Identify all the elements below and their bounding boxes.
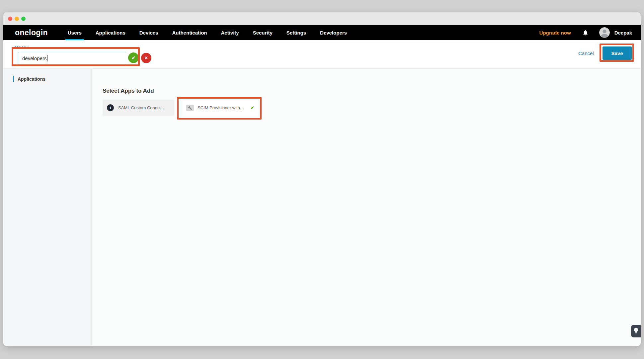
nav-item-applications[interactable]: Applications — [96, 25, 125, 40]
page-header: Roles / developers ✔ ✕ Cancel Save — [3, 40, 641, 69]
app-tile-label: SCIM Provisioner with… — [198, 105, 244, 110]
app-count-badge: 1 — [107, 104, 114, 111]
scim-app-tile[interactable]: SCIM Provisioner with… ✔ — [182, 100, 258, 116]
app-tile-label: SAML Custom Conne… — [118, 105, 164, 110]
text-caret — [47, 55, 47, 61]
content-area: Applications Select Apps to Add 1 SAML C… — [3, 69, 641, 346]
lightbulb-icon — [634, 328, 638, 335]
role-name-input[interactable]: developers — [18, 52, 126, 65]
check-icon: ✔ — [131, 55, 135, 60]
nav-item-users[interactable]: Users — [68, 25, 82, 40]
nav-item-activity[interactable]: Activity — [221, 25, 239, 40]
top-navbar: onelogin Users Applications Devices Auth… — [3, 25, 641, 40]
main-panel: Select Apps to Add 1 SAML Custom Conne… … — [92, 69, 641, 346]
user-avatar[interactable] — [599, 27, 610, 38]
nav-item-devices[interactable]: Devices — [139, 25, 158, 40]
sidebar: Applications — [3, 69, 92, 346]
onelogin-logo[interactable]: onelogin — [15, 28, 48, 37]
bell-icon[interactable] — [582, 29, 589, 36]
window-titlebar — [3, 12, 641, 25]
saml-app-tile[interactable]: 1 SAML Custom Conne… — [103, 100, 174, 116]
breadcrumb[interactable]: Roles / — [15, 45, 28, 50]
role-name-value: developers — [22, 55, 46, 61]
cancel-button[interactable]: Cancel — [578, 47, 594, 60]
x-icon: ✕ — [144, 55, 148, 60]
navbar-right-cluster: Upgrade now Deepak — [539, 27, 632, 38]
app-window: onelogin Users Applications Devices Auth… — [3, 12, 641, 346]
help-assistant-tab[interactable] — [631, 325, 641, 337]
sidebar-item-applications[interactable]: Applications — [3, 76, 91, 82]
nav-item-settings[interactable]: Settings — [286, 25, 306, 40]
minimize-button[interactable] — [15, 17, 19, 21]
save-button[interactable]: Save — [603, 46, 632, 60]
active-indicator-bar — [13, 76, 14, 82]
zoom-button[interactable] — [21, 17, 26, 21]
close-button[interactable] — [8, 17, 12, 21]
wrench-app-icon — [186, 105, 194, 111]
discard-rename-button[interactable]: ✕ — [141, 53, 151, 63]
selected-check-icon: ✔ — [251, 105, 254, 110]
page-title: Select Apps to Add — [103, 87, 641, 95]
nav-list: Users Applications Devices Authenticatio… — [68, 25, 347, 40]
app-tile-row: 1 SAML Custom Conne… SCIM Provisioner wi… — [103, 100, 641, 116]
nav-item-security[interactable]: Security — [253, 25, 273, 40]
upgrade-now-link[interactable]: Upgrade now — [539, 30, 571, 36]
nav-item-developers[interactable]: Developers — [320, 25, 347, 40]
user-name[interactable]: Deepak — [614, 30, 632, 36]
nav-item-authentication[interactable]: Authentication — [172, 25, 207, 40]
confirm-rename-button[interactable]: ✔ — [128, 52, 139, 63]
